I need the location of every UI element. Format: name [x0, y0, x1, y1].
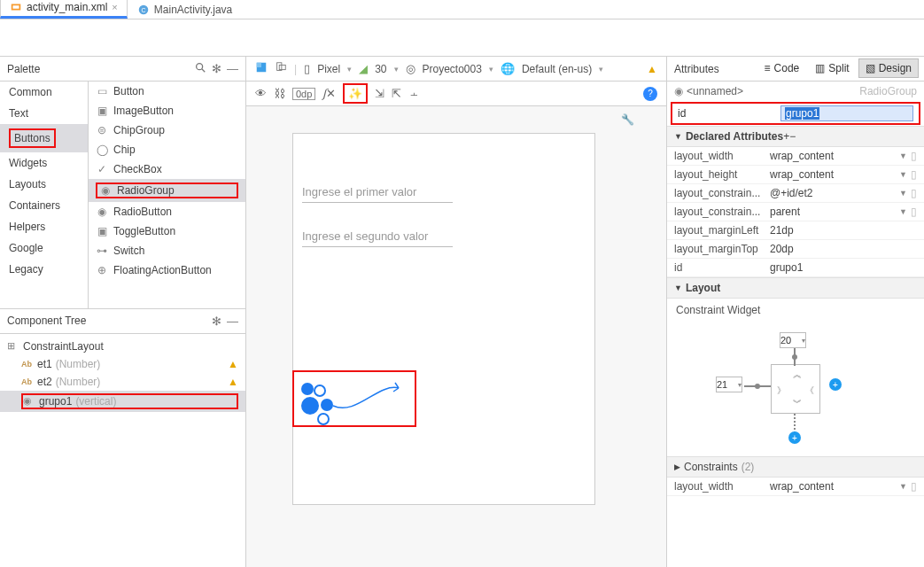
palette-cat-buttons[interactable]: Buttons: [0, 124, 88, 152]
autoconnect-icon[interactable]: ⛓: [274, 87, 285, 100]
close-icon[interactable]: ×: [112, 2, 117, 12]
pack-icon[interactable]: ⇱: [392, 87, 401, 100]
palette-item-fab[interactable]: ⊕FloatingActionButton: [89, 260, 245, 280]
view-design-button[interactable]: ▧ Design: [858, 58, 919, 78]
gear-icon[interactable]: ✻: [212, 62, 221, 75]
constraint-widget-title: Constraint Widget: [667, 299, 924, 322]
palette-item-togglebutton[interactable]: ▣ToggleButton: [89, 221, 245, 241]
cw-add-bottom[interactable]: +: [788, 431, 801, 444]
preview-et1[interactable]: Ingrese el primer valor: [302, 185, 453, 203]
flag-icon[interactable]: ▯: [911, 168, 917, 181]
tree-root[interactable]: ⊞ ConstraintLayout: [0, 338, 245, 355]
tab-label: MainActivity.java: [154, 4, 232, 16]
cw-center-box[interactable]: ︽ 》 《 ︾: [771, 364, 820, 414]
palette-cat-helpers[interactable]: Helpers: [0, 216, 88, 237]
palette-cat-widgets[interactable]: Widgets: [0, 152, 88, 174]
palette-item-chip[interactable]: ◯Chip: [89, 140, 245, 159]
palette-item-chipgroup[interactable]: ⊜ChipGroup: [89, 120, 245, 140]
guideline-icon[interactable]: ⫠: [408, 87, 420, 100]
layout-section-header[interactable]: ▼ Layout: [667, 277, 924, 299]
theme-label[interactable]: Proyecto003: [423, 63, 482, 75]
remove-icon[interactable]: −: [789, 130, 796, 143]
surface-icon[interactable]: [255, 61, 268, 76]
orientation-icon[interactable]: [275, 61, 287, 76]
editor-substrip: ≡ Code ▥ Split ▧ Design: [0, 19, 924, 57]
flag-icon[interactable]: ▯: [911, 187, 917, 199]
code-icon: ≡: [765, 62, 771, 74]
chevron-down-icon[interactable]: ▼: [899, 151, 907, 160]
chevron-down-icon[interactable]: ▼: [899, 189, 907, 198]
attr-row[interactable]: layout_heightwrap_content▼▯: [667, 166, 924, 184]
chevron-down-icon[interactable]: ▼: [899, 170, 907, 179]
design-surface[interactable]: 🔧 Ingrese el primer valor Ingrese el seg…: [246, 106, 666, 567]
preview-et2[interactable]: Ingrese el segundo valor: [302, 229, 453, 247]
flag-icon[interactable]: ▯: [911, 480, 917, 493]
chevron-down-icon[interactable]: ▼: [899, 207, 907, 216]
gear-icon[interactable]: ✻: [212, 315, 221, 328]
add-icon[interactable]: +: [783, 130, 789, 143]
design-toolbar-1: | ▯ Pixel▾ ◢ 30▾ ◎ Proyecto003▾ 🌐 Defaul…: [246, 57, 666, 82]
eye-icon[interactable]: 👁: [255, 87, 267, 100]
tree-item-et2[interactable]: Ab et2 (Number) ▲: [0, 373, 245, 391]
search-icon[interactable]: [194, 61, 206, 76]
view-code-button[interactable]: ≡ Code: [757, 58, 807, 78]
wrench-icon[interactable]: 🔧: [621, 113, 634, 126]
radio-icon: ◉: [23, 395, 35, 407]
collapse-icon[interactable]: —: [227, 315, 238, 328]
chevron-down-icon[interactable]: ▼: [899, 482, 907, 491]
palette-cat-layouts[interactable]: Layouts: [0, 174, 88, 195]
flag-icon[interactable]: ▯: [911, 206, 917, 218]
palette-item-switch[interactable]: ⊶Switch: [89, 241, 245, 260]
palette-item-radiobutton[interactable]: ◉RadioButton: [89, 202, 245, 221]
palette-item-checkbox[interactable]: ✓CheckBox: [89, 159, 245, 179]
chevron-down-icon: ▼: [674, 284, 682, 292]
svg-rect-7: [257, 63, 261, 67]
attr-row[interactable]: layout_widthwrap_content▼▯: [667, 147, 924, 166]
constraint-widget[interactable]: 20▾ 21▾ ︽ 》 《 ︾ + +: [667, 322, 924, 456]
attr-row[interactable]: layout_marginTop20dp: [667, 240, 924, 259]
warning-icon[interactable]: ▲: [647, 63, 657, 75]
xml-file-icon: [10, 1, 22, 13]
device-preview[interactable]: Ingrese el primer valor Ingrese el segun…: [292, 133, 595, 505]
palette-item-radiogroup[interactable]: ◉ RadioGroup: [89, 179, 245, 202]
tree-item-et1[interactable]: Ab et1 (Number) ▲: [0, 355, 245, 373]
device-label[interactable]: Pixel: [317, 63, 340, 75]
component-tree: ⊞ ConstraintLayout Ab et1 (Number) ▲ Ab …: [0, 334, 245, 568]
help-icon[interactable]: ?: [643, 87, 657, 101]
locale-label[interactable]: Default (en-us): [522, 63, 592, 75]
palette-cat-containers[interactable]: Containers: [0, 195, 88, 216]
cw-add-right[interactable]: +: [829, 378, 842, 391]
palette-cat-legacy[interactable]: Legacy: [0, 259, 88, 280]
api-label[interactable]: 30: [375, 63, 386, 75]
palette-item-imagebutton[interactable]: ▣ImageButton: [89, 101, 245, 120]
attr-row[interactable]: layout_constrain...parent▼▯: [667, 203, 924, 221]
palette-cat-text[interactable]: Text: [0, 103, 88, 124]
svg-point-15: [755, 384, 760, 389]
default-margins[interactable]: 0dp: [292, 87, 315, 100]
view-mode-group: ≡ Code ▥ Split ▧ Design: [757, 58, 919, 78]
declared-attributes-header[interactable]: ▼ Declared Attributes + −: [667, 126, 924, 147]
align-icon[interactable]: ⇲: [375, 87, 384, 100]
attr-row[interactable]: layout_width wrap_content ▼ ▯: [667, 478, 924, 496]
attr-row[interactable]: idgrupo1: [667, 259, 924, 277]
palette-cat-common[interactable]: Common: [0, 82, 88, 103]
cw-margin-left[interactable]: 21▾: [716, 377, 742, 392]
tab-activity-main[interactable]: activity_main.xml ×: [0, 0, 128, 19]
tree-item-grupo1[interactable]: ◉ grupo1 (vertical): [0, 391, 245, 412]
textfield-icon: Ab: [21, 360, 34, 369]
tab-mainactivity[interactable]: C MainActivity.java: [128, 0, 242, 19]
attr-row[interactable]: layout_marginLeft21dp: [667, 221, 924, 240]
id-field[interactable]: grupo1: [780, 105, 913, 121]
palette-cat-google[interactable]: Google: [0, 237, 88, 259]
view-split-button[interactable]: ▥ Split: [808, 58, 856, 78]
constraints-section-header[interactable]: ▶ Constraints (2): [667, 456, 924, 478]
cw-margin-top[interactable]: 20▾: [780, 332, 806, 348]
palette-item-button[interactable]: ▭Button: [89, 82, 245, 101]
infer-constraints-button[interactable]: ✨: [343, 83, 368, 104]
attr-row[interactable]: layout_constrain...@+id/et2▼▯: [667, 184, 924, 203]
collapse-icon[interactable]: —: [227, 62, 238, 75]
svg-text:C: C: [141, 7, 145, 13]
clear-constraints-icon[interactable]: ʃ✕: [322, 87, 336, 100]
flag-icon[interactable]: ▯: [911, 150, 917, 162]
device-icon: ▯: [304, 62, 310, 75]
